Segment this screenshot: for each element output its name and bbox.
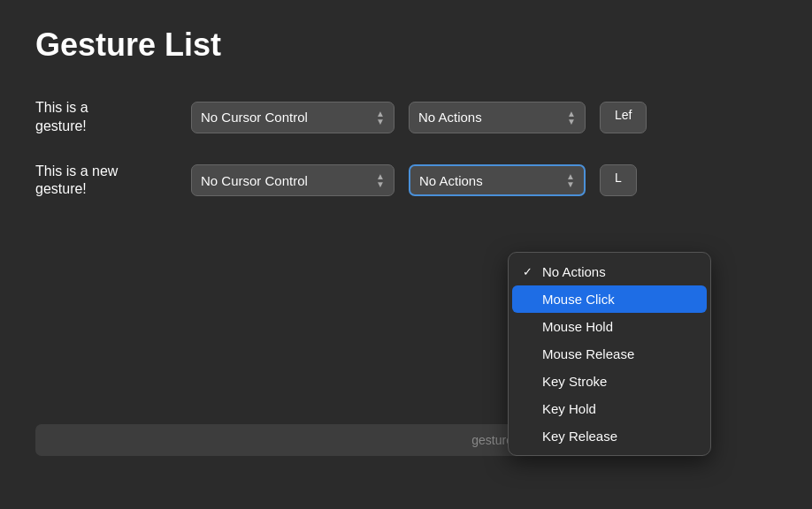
- dropdown-item-key-hold[interactable]: Key Hold: [509, 395, 710, 422]
- dropdown-item-mouse-click[interactable]: Mouse Click: [512, 285, 707, 313]
- arrows-icon-1: ▲ ▼: [376, 110, 385, 125]
- dropdown-item-key-release[interactable]: Key Release: [509, 422, 710, 450]
- arrows-icon-3: ▲ ▼: [376, 172, 385, 188]
- gesture-row-1: This is agesture! No Cursor Control ▲ ▼ …: [35, 99, 777, 136]
- arrows-icon-4: ▲ ▼: [566, 172, 575, 188]
- bottom-bar-label: gesture: [471, 433, 513, 447]
- dropdown-item-mouse-hold[interactable]: Mouse Hold: [509, 313, 710, 340]
- page-container: Gesture List This is agesture! No Cursor…: [0, 0, 812, 509]
- gesture-2-actions-control[interactable]: No Actions ▲ ▼: [409, 164, 586, 196]
- page-title: Gesture List: [35, 27, 777, 64]
- gesture-1-actions-control[interactable]: No Actions ▲ ▼: [409, 102, 586, 133]
- dropdown-item-label-mouse-click: Mouse Click: [542, 292, 696, 307]
- gesture-1-cursor-label: No Cursor Control: [201, 110, 369, 125]
- gesture-1-label: This is agesture!: [35, 99, 177, 136]
- dropdown-item-mouse-release[interactable]: Mouse Release: [509, 340, 710, 368]
- actions-dropdown: ✓ No Actions Mouse Click Mouse Hold Mous…: [508, 252, 711, 456]
- gesture-2-label: This is a newgesture!: [35, 163, 177, 200]
- gesture-2-left-btn[interactable]: L: [600, 164, 637, 196]
- dropdown-item-label-mouse-release: Mouse Release: [542, 346, 696, 361]
- dropdown-item-label-mouse-hold: Mouse Hold: [542, 319, 696, 334]
- dropdown-item-label-no-actions: No Actions: [542, 264, 696, 279]
- bottom-bar: gesture: [35, 424, 531, 456]
- dropdown-item-label-key-hold: Key Hold: [542, 401, 696, 416]
- gesture-2-cursor-label: No Cursor Control: [201, 173, 369, 188]
- dropdown-item-label-key-release: Key Release: [542, 429, 696, 444]
- gesture-2-actions-label: No Actions: [419, 173, 559, 188]
- arrows-icon-2: ▲ ▼: [567, 110, 576, 125]
- gesture-1-cursor-control[interactable]: No Cursor Control ▲ ▼: [191, 102, 395, 133]
- checkmark-icon: ✓: [523, 265, 535, 278]
- gesture-2-cursor-control[interactable]: No Cursor Control ▲ ▼: [191, 164, 395, 196]
- gesture-1-left-btn[interactable]: Lef: [600, 102, 647, 133]
- gesture-1-actions-label: No Actions: [418, 110, 560, 125]
- gesture-row-2: This is a newgesture! No Cursor Control …: [35, 163, 777, 200]
- dropdown-item-label-key-stroke: Key Stroke: [542, 374, 696, 389]
- dropdown-item-no-actions[interactable]: ✓ No Actions: [509, 258, 710, 285]
- dropdown-item-key-stroke[interactable]: Key Stroke: [509, 368, 710, 395]
